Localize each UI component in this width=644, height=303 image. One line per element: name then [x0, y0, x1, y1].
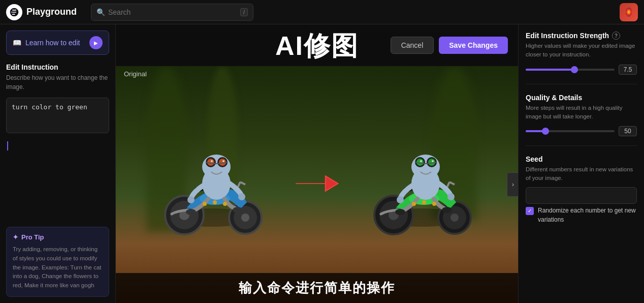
- search-bar[interactable]: 🔍 /: [91, 4, 253, 21]
- edit-instruction-input[interactable]: turn color to green: [6, 98, 109, 133]
- svg-point-44: [442, 207, 452, 213]
- green-frog-bike-svg: [366, 124, 477, 246]
- quality-value: 50: [619, 126, 637, 136]
- strength-slider-fill: [526, 69, 574, 71]
- star-icon: ✦: [13, 233, 18, 241]
- pro-tip-text: Try adding, removing, or thinking of sty…: [13, 245, 103, 290]
- arrow-container: [292, 163, 342, 206]
- svg-point-14: [207, 159, 214, 166]
- svg-point-45: [412, 202, 416, 206]
- subtitle-bar: 输入命令进行简单的操作: [116, 273, 518, 303]
- topnav: Playground 🔍 / 🏮: [0, 0, 644, 24]
- svg-point-40: [432, 160, 434, 162]
- logo-icon: [6, 4, 22, 20]
- svg-point-47: [432, 202, 436, 206]
- quality-slider-track[interactable]: [526, 130, 615, 132]
- play-icon: ▶: [89, 36, 103, 49]
- subtitle-text: 输入命令进行简单的操作: [239, 280, 395, 295]
- search-icon: 🔍: [96, 8, 105, 16]
- svg-point-16: [211, 160, 213, 162]
- svg-point-8: [241, 214, 249, 222]
- svg-point-41: [397, 196, 404, 203]
- randomize-label: Randomize each number to get new variati…: [538, 206, 637, 224]
- seed-title: Seed: [526, 155, 637, 163]
- strength-section: Edit Instruction Strength ? Higher value…: [526, 32, 637, 75]
- logo-text: Playground: [26, 7, 77, 17]
- direction-arrow: [292, 163, 342, 204]
- svg-point-39: [420, 160, 422, 162]
- svg-point-22: [203, 202, 207, 206]
- logo-area: Playground: [6, 4, 85, 20]
- quality-title: Quality & Details: [526, 94, 637, 102]
- scene-container: 输入命令进行简单的操作: [116, 66, 518, 303]
- svg-point-1: [11, 11, 12, 13]
- scene-right-frog: [325, 66, 518, 303]
- seed-input[interactable]: [526, 187, 637, 204]
- center-panel: AI修图 Cancel Save Changes Original: [116, 24, 518, 303]
- svg-point-19: [238, 193, 245, 200]
- center-actions: Cancel Save Changes: [391, 37, 508, 54]
- quality-slider-row: 50: [526, 126, 637, 136]
- book-icon: 📖: [13, 39, 21, 47]
- avatar[interactable]: 🏮: [620, 3, 638, 21]
- svg-point-21: [233, 207, 243, 213]
- main-layout: 📖 Learn how to edit ▶ Edit Instruction D…: [0, 24, 644, 303]
- quality-section: Quality & Details More steps will result…: [526, 94, 637, 137]
- svg-point-34: [411, 155, 440, 179]
- save-changes-button[interactable]: Save Changes: [439, 37, 508, 54]
- search-input[interactable]: [108, 8, 237, 16]
- sidebar: 📖 Learn how to edit ▶ Edit Instruction D…: [0, 24, 116, 303]
- svg-point-43: [395, 209, 405, 215]
- svg-point-11: [202, 155, 231, 179]
- center-header: AI修图 Cancel Save Changes: [116, 24, 518, 66]
- randomize-checkbox[interactable]: ✓: [526, 207, 534, 215]
- right-panel: Edit Instruction Strength ? Higher value…: [518, 24, 644, 303]
- learn-btn-label: Learn how to edit: [25, 39, 80, 47]
- divider-2: [526, 145, 637, 146]
- seed-desc: Different numbers result in new variatio…: [526, 165, 637, 183]
- svg-point-24: [223, 202, 227, 206]
- strength-title: Edit Instruction Strength ?: [526, 32, 637, 40]
- cursor-line: [7, 141, 109, 150]
- quality-desc: More steps will result in a high quality…: [526, 104, 637, 122]
- seed-section: Seed Different numbers result in new var…: [526, 155, 637, 224]
- learn-how-to-edit-button[interactable]: 📖 Learn how to edit ▶: [6, 31, 109, 55]
- pro-tip-card: ✦ Pro Tip Try adding, removing, or think…: [6, 227, 109, 297]
- quality-slider-thumb[interactable]: [542, 128, 549, 135]
- svg-point-17: [222, 160, 224, 162]
- edit-instruction-desc: Describe how you want to change the imag…: [6, 73, 109, 92]
- svg-point-15: [219, 159, 226, 166]
- svg-point-31: [450, 214, 459, 222]
- strength-slider-thumb[interactable]: [571, 66, 578, 73]
- chevron-right-button[interactable]: ›: [507, 172, 518, 197]
- randomize-row: ✓ Randomize each number to get new varia…: [526, 206, 637, 224]
- svg-point-23: [213, 200, 217, 204]
- cancel-button[interactable]: Cancel: [391, 37, 434, 54]
- svg-point-18: [187, 196, 195, 203]
- edit-instruction-title: Edit Instruction: [6, 63, 109, 71]
- image-area: Original: [116, 66, 518, 303]
- original-label: Original: [124, 70, 147, 78]
- strength-slider-row: 7.5: [526, 65, 637, 75]
- strength-info-icon[interactable]: ?: [612, 32, 620, 40]
- svg-point-42: [447, 193, 455, 200]
- pro-tip-title: ✦ Pro Tip: [13, 233, 103, 241]
- strength-desc: Higher values will make your edited imag…: [526, 42, 637, 59]
- search-shortcut: /: [240, 8, 248, 16]
- checkbox-tick-icon: ✓: [528, 208, 532, 214]
- edit-instruction-section: Edit Instruction Describe how you want t…: [6, 61, 109, 92]
- strength-slider-track[interactable]: [526, 69, 615, 71]
- strength-value: 7.5: [619, 65, 637, 75]
- svg-point-46: [422, 200, 426, 204]
- scene-left-frog: [116, 66, 309, 303]
- blue-frog-bike-svg: [156, 124, 268, 246]
- svg-point-37: [416, 159, 424, 166]
- divider-1: [526, 84, 637, 84]
- svg-point-38: [428, 159, 435, 166]
- svg-point-20: [186, 209, 196, 215]
